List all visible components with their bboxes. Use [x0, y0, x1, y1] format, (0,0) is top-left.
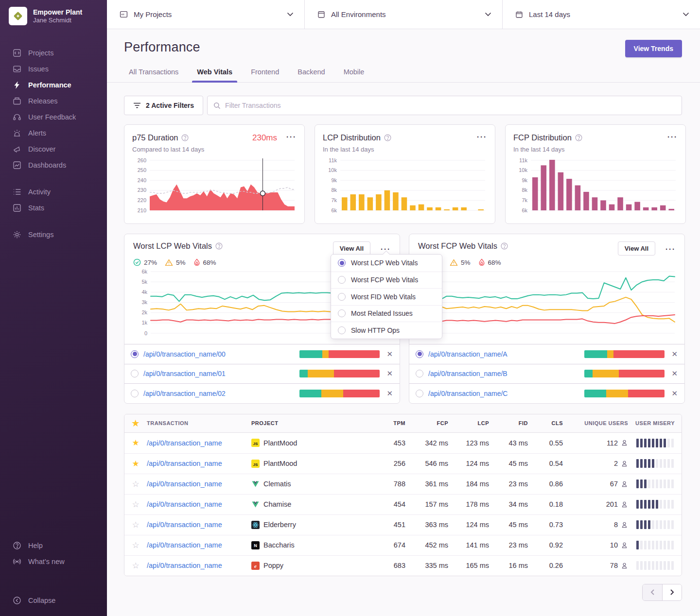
- close-icon[interactable]: ✕: [671, 369, 678, 378]
- sidebar-item-help[interactable]: Help: [0, 537, 107, 553]
- sidebar-item-issues[interactable]: Issues: [0, 61, 107, 77]
- person-icon: [621, 480, 628, 488]
- tab-all-transactions[interactable]: All Transactions: [128, 68, 179, 82]
- column-header-lcp[interactable]: LCP: [448, 420, 489, 426]
- previous-page-button[interactable]: [643, 584, 662, 600]
- environment-selector[interactable]: All Environments: [304, 0, 502, 29]
- sidebar-collapse-button[interactable]: Collapse: [0, 592, 107, 608]
- transaction-link[interactable]: /api/0/transaction_name: [147, 500, 222, 508]
- active-filters-button[interactable]: 2 Active Filters: [124, 96, 203, 115]
- card-menu-icon[interactable]: ···: [477, 132, 487, 143]
- next-page-button[interactable]: [662, 584, 682, 600]
- column-header-transaction[interactable]: TRANSACTION: [147, 420, 251, 426]
- close-icon[interactable]: ✕: [386, 369, 393, 378]
- transaction-link[interactable]: /api/0/transaction_name: [147, 480, 222, 488]
- sidebar-item-performance[interactable]: Performance: [0, 77, 107, 93]
- sidebar-item-label: Dashboards: [28, 161, 66, 169]
- sidebar-item-settings[interactable]: Settings: [0, 226, 107, 242]
- column-header-unique-users[interactable]: UNIQUE USERS: [563, 420, 628, 426]
- star-icon[interactable]: ☆: [132, 520, 139, 530]
- help-icon[interactable]: [384, 134, 391, 141]
- close-icon[interactable]: ✕: [671, 350, 678, 359]
- daterange-selector[interactable]: Last 14 days: [502, 0, 700, 29]
- unique-users-value: 8: [614, 521, 618, 529]
- transaction-link[interactable]: /api/0/transaction_name/A: [428, 350, 508, 358]
- view-all-button[interactable]: View All: [618, 241, 655, 256]
- star-icon[interactable]: ☆: [132, 561, 139, 571]
- dropdown-option-worst-fid-web-vitals[interactable]: Worst FID Web Vitals: [331, 288, 442, 305]
- tab-mobile[interactable]: Mobile: [343, 68, 366, 82]
- p75-subtitle: Compared to last 14 days: [132, 146, 297, 153]
- card-menu-icon[interactable]: ···: [667, 132, 678, 143]
- transaction-radio[interactable]: [131, 370, 139, 377]
- close-icon[interactable]: ✕: [671, 389, 678, 398]
- sidebar-item-releases[interactable]: Releases: [0, 93, 107, 109]
- column-header-project[interactable]: PROJECT: [251, 420, 375, 426]
- close-icon[interactable]: ✕: [386, 389, 393, 398]
- star-icon[interactable]: ★: [132, 459, 139, 469]
- transaction-link[interactable]: /api/0/transaction_name/02: [143, 390, 226, 397]
- sidebar-item-user-feedback[interactable]: User Feedback: [0, 109, 107, 125]
- cls-cell: 0.86: [528, 480, 563, 488]
- dropdown-option-slow-http-ops[interactable]: Slow HTTP Ops: [331, 322, 442, 339]
- transaction-link[interactable]: /api/0/transaction_name: [147, 460, 222, 467]
- person-icon: [621, 460, 628, 467]
- sidebar-item-dashboards[interactable]: Dashboards: [0, 157, 107, 173]
- misery-segment: [648, 439, 650, 447]
- sidebar-item-what-s-new[interactable]: What’s new: [0, 553, 107, 569]
- transaction-link[interactable]: /api/0/transaction_name/C: [428, 390, 508, 397]
- column-header-fid[interactable]: FID: [489, 420, 528, 426]
- transaction-link[interactable]: /api/0/transaction_name/00: [143, 350, 226, 358]
- transaction-link[interactable]: /api/0/transaction_name: [147, 541, 222, 549]
- misery-segment: [671, 479, 674, 488]
- sidebar-item-activity[interactable]: Activity: [0, 184, 107, 200]
- transaction-link[interactable]: /api/0/transaction_name: [147, 562, 222, 569]
- tab-web-vitals[interactable]: Web Vitals: [196, 68, 233, 82]
- help-icon[interactable]: [575, 134, 582, 141]
- dropdown-option-radio[interactable]: [338, 326, 346, 334]
- search-input[interactable]: [225, 102, 676, 109]
- card-menu-icon[interactable]: ···: [286, 132, 297, 143]
- card-menu-icon[interactable]: ···: [665, 244, 676, 256]
- dropdown-option-worst-lcp-web-vitals[interactable]: Worst LCP Web Vitals: [331, 255, 442, 272]
- transaction-radio[interactable]: [416, 370, 423, 377]
- close-icon[interactable]: ✕: [386, 350, 393, 359]
- star-icon[interactable]: ☆: [132, 479, 139, 489]
- star-icon[interactable]: ★: [132, 438, 139, 448]
- dropdown-option-radio[interactable]: [338, 276, 346, 284]
- transaction-radio[interactable]: [131, 350, 139, 358]
- column-header-tpm[interactable]: TPM: [375, 420, 405, 426]
- org-switcher[interactable]: Empower Plant Jane Schmidt: [0, 0, 107, 32]
- transaction-link[interactable]: /api/0/transaction_name/01: [143, 370, 226, 377]
- transaction-link[interactable]: /api/0/transaction_name/B: [428, 370, 508, 377]
- vitals-stacked-bar: [299, 390, 380, 397]
- sidebar-item-projects[interactable]: Projects: [0, 45, 107, 61]
- column-header-cls[interactable]: CLS: [528, 420, 563, 426]
- help-icon[interactable]: [501, 242, 508, 250]
- sidebar-item-alerts[interactable]: Alerts: [0, 125, 107, 141]
- help-icon[interactable]: [215, 242, 223, 250]
- star-icon[interactable]: ☆: [132, 540, 139, 550]
- dropdown-option-worst-fcp-web-vitals[interactable]: Worst FCP Web Vitals: [331, 272, 442, 289]
- tab-backend[interactable]: Backend: [297, 68, 326, 82]
- dropdown-option-radio[interactable]: [338, 293, 346, 301]
- transaction-link[interactable]: /api/0/transaction_name: [147, 439, 222, 447]
- transaction-radio[interactable]: [416, 350, 423, 358]
- good-check-icon: [133, 258, 141, 266]
- help-icon[interactable]: [181, 134, 189, 141]
- column-header-fcp[interactable]: FCP: [405, 420, 448, 426]
- view-all-button[interactable]: View All: [333, 241, 370, 256]
- sidebar-item-discover[interactable]: Discover: [0, 141, 107, 157]
- transaction-radio[interactable]: [131, 390, 139, 397]
- dropdown-option-radio[interactable]: [338, 309, 346, 317]
- view-trends-button[interactable]: View Trends: [625, 40, 682, 57]
- dropdown-option-most-related-issues[interactable]: Most Related Issues: [331, 305, 442, 322]
- sidebar-item-stats[interactable]: Stats: [0, 200, 107, 216]
- transaction-link[interactable]: /api/0/transaction_name: [147, 521, 222, 529]
- project-selector[interactable]: My Projects: [107, 0, 304, 29]
- column-header-user-misery[interactable]: USER MISERY: [628, 420, 682, 426]
- dropdown-option-radio[interactable]: [338, 259, 346, 267]
- star-icon[interactable]: ☆: [132, 499, 139, 510]
- transaction-radio[interactable]: [416, 390, 423, 397]
- tab-frontend[interactable]: Frontend: [250, 68, 280, 82]
